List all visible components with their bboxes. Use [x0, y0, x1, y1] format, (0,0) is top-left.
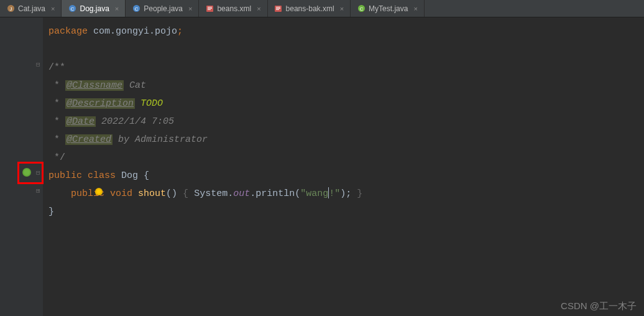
svg-text:C: C [359, 6, 363, 12]
svg-text:C: C [71, 6, 75, 12]
code-line: * @Classname Cat [48, 77, 644, 95]
code-line: * @Date 2022/1/4 7:05 [48, 113, 644, 131]
close-icon[interactable]: × [51, 5, 55, 12]
xml-icon [205, 4, 214, 13]
tab-label: beans-bak.xml [286, 4, 334, 13]
class-icon: C [68, 4, 76, 13]
editor-area: ⊟ ⊟ ⊞ package com.gongyi.pojo; /** * @Cl… [0, 17, 644, 316]
watermark: CSDN @工一木子 [561, 300, 637, 312]
xml-icon [274, 4, 283, 13]
tab-cat[interactable]: J Cat.java × [0, 0, 62, 17]
gutter[interactable]: ⊟ ⊟ ⊞ [0, 17, 44, 316]
tab-label: People.java [144, 4, 183, 13]
close-icon[interactable]: × [413, 5, 417, 12]
close-icon[interactable]: × [188, 5, 192, 12]
tab-beans[interactable]: beans.xml × [199, 0, 267, 17]
tab-label: beans.xml [217, 4, 251, 13]
highlight-box [17, 162, 44, 184]
svg-rect-11 [276, 7, 280, 7]
tab-mytest[interactable]: C MyTest.java × [351, 0, 425, 17]
intention-bulb-icon[interactable] [95, 188, 103, 195]
code-line: public class Dog { [48, 167, 644, 185]
fold-toggle[interactable]: ⊞ [36, 187, 40, 195]
close-icon[interactable]: × [340, 5, 344, 12]
tab-people[interactable]: C People.java × [126, 0, 199, 17]
code-line: package com.gongyi.pojo; [48, 22, 644, 40]
close-icon[interactable]: × [257, 5, 260, 12]
fold-toggle[interactable]: ⊟ [36, 60, 40, 68]
tab-label: MyTest.java [369, 4, 408, 13]
code-line: public void shout() { System.out.println… [48, 185, 644, 203]
code-line: /** [48, 58, 644, 77]
svg-rect-13 [276, 9, 279, 10]
java-icon: J [6, 4, 15, 13]
class-icon: C [132, 4, 140, 13]
vertical-scrollbar[interactable] [637, 17, 644, 316]
tab-bar: J Cat.java × C Dog.java × C People.java … [0, 0, 644, 17]
svg-rect-12 [276, 8, 280, 9]
code-line: } [48, 203, 644, 221]
svg-rect-8 [208, 8, 212, 9]
code-line: * @Created by Administrator [48, 131, 644, 149]
code-line [48, 40, 644, 58]
code-line: * @Description TODO [48, 95, 644, 113]
tab-beans-bak[interactable]: beans-bak.xml × [268, 0, 351, 17]
close-icon[interactable]: × [115, 5, 119, 12]
code-line: */ [48, 149, 644, 167]
svg-text:C: C [134, 6, 138, 12]
svg-rect-9 [208, 9, 211, 10]
tab-label: Cat.java [18, 4, 45, 13]
tab-label: Dog.java [80, 4, 109, 13]
class-icon: C [357, 4, 366, 13]
code-area[interactable]: package com.gongyi.pojo; /** * @Classnam… [44, 17, 644, 316]
tab-dog[interactable]: C Dog.java × [62, 0, 126, 17]
svg-rect-7 [208, 7, 212, 7]
svg-text:J: J [9, 6, 12, 12]
